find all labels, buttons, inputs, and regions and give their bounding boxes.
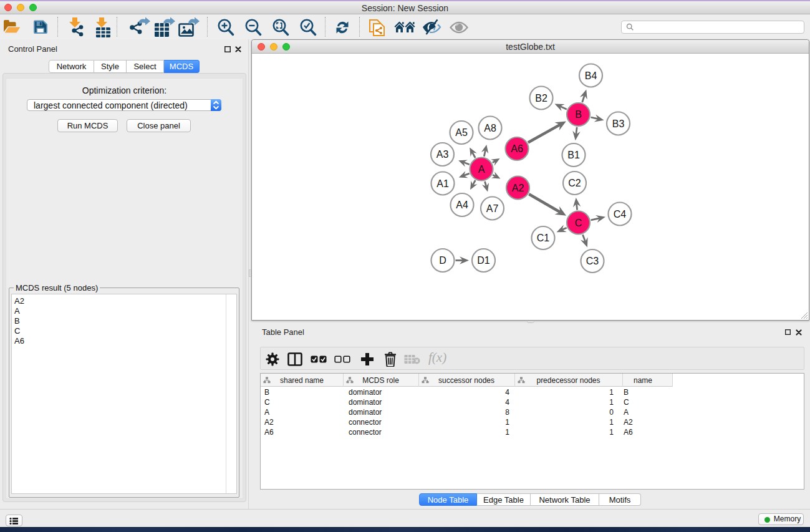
svg-text:B4: B4 xyxy=(585,70,597,81)
svg-text:D: D xyxy=(439,255,446,266)
svg-text:C3: C3 xyxy=(586,256,599,266)
svg-text:A1: A1 xyxy=(436,178,449,189)
svg-text:B: B xyxy=(575,109,582,120)
svg-text:A4: A4 xyxy=(456,200,468,210)
svg-text:C4: C4 xyxy=(614,209,627,220)
svg-text:A3: A3 xyxy=(436,149,449,160)
svg-text:B2: B2 xyxy=(535,93,547,104)
svg-text:A6: A6 xyxy=(511,143,523,154)
svg-text:A2: A2 xyxy=(512,183,524,193)
svg-text:A: A xyxy=(478,164,485,175)
svg-text:C2: C2 xyxy=(568,178,581,188)
svg-text:A8: A8 xyxy=(484,123,496,133)
svg-text:A7: A7 xyxy=(486,203,499,214)
svg-text:D1: D1 xyxy=(477,255,490,266)
svg-text:C: C xyxy=(575,218,582,228)
svg-text:B3: B3 xyxy=(612,118,625,129)
svg-text:A5: A5 xyxy=(455,127,468,138)
svg-text:B1: B1 xyxy=(567,150,580,160)
svg-text:C1: C1 xyxy=(537,233,550,243)
